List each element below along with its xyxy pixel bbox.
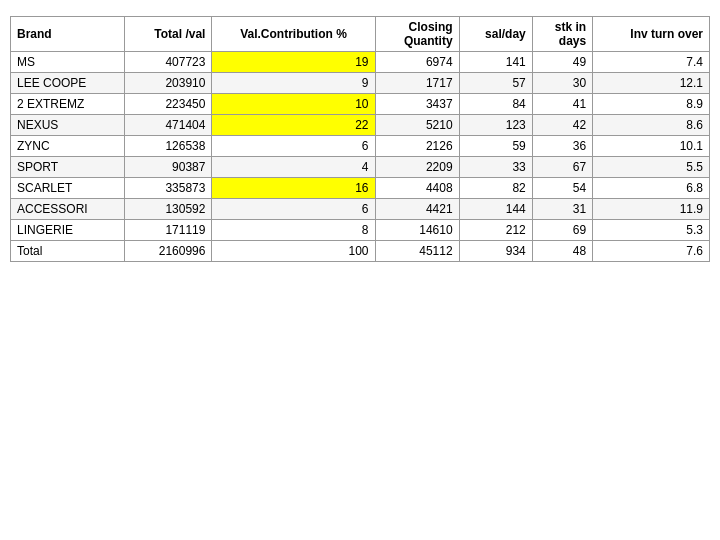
table-cell: 4: [212, 157, 375, 178]
table-cell: 2209: [375, 157, 459, 178]
table-cell: 171119: [125, 220, 212, 241]
table-cell: MS: [11, 52, 125, 73]
table-cell: 48: [532, 241, 592, 262]
table-cell: 335873: [125, 178, 212, 199]
table-cell: 9: [212, 73, 375, 94]
table-cell: SCARLET: [11, 178, 125, 199]
table-cell: 144: [459, 199, 532, 220]
table-cell: 407723: [125, 52, 212, 73]
table-cell: 8.9: [593, 94, 710, 115]
table-cell: 10.1: [593, 136, 710, 157]
table-cell: LINGERIE: [11, 220, 125, 241]
table-row: SCARLET33587316440882546.8: [11, 178, 710, 199]
table-row: NEXUS471404225210123428.6: [11, 115, 710, 136]
col-closing-qty: ClosingQuantity: [375, 17, 459, 52]
table-cell: 12.1: [593, 73, 710, 94]
table-row: ZYNC12653862126593610.1: [11, 136, 710, 157]
table-row: 2 EXTREMZ22345010343784418.9: [11, 94, 710, 115]
table-cell: 8.6: [593, 115, 710, 136]
table-cell: 141: [459, 52, 532, 73]
col-total-val: Total /val: [125, 17, 212, 52]
table-cell: 69: [532, 220, 592, 241]
col-stk-days: stk indays: [532, 17, 592, 52]
table-cell: Total: [11, 241, 125, 262]
table-row: MS407723196974141497.4: [11, 52, 710, 73]
table-cell: 42: [532, 115, 592, 136]
table-header-row: BrandTotal /valVal.Contribution %Closing…: [11, 17, 710, 52]
table-cell: 5.5: [593, 157, 710, 178]
table-cell: 2 EXTREMZ: [11, 94, 125, 115]
table-cell: 16: [212, 178, 375, 199]
table-cell: 223450: [125, 94, 212, 115]
table-cell: 41: [532, 94, 592, 115]
table-cell: 6974: [375, 52, 459, 73]
table-cell: 130592: [125, 199, 212, 220]
table-cell: 123: [459, 115, 532, 136]
table-cell: 30: [532, 73, 592, 94]
table-cell: 471404: [125, 115, 212, 136]
table-cell: 212: [459, 220, 532, 241]
table-cell: 203910: [125, 73, 212, 94]
table-cell: 7.4: [593, 52, 710, 73]
table-cell: 49: [532, 52, 592, 73]
col-sal-day: sal/day: [459, 17, 532, 52]
col-val-contrib: Val.Contribution %: [212, 17, 375, 52]
table-cell: 3437: [375, 94, 459, 115]
table-cell: 2126: [375, 136, 459, 157]
kpi-table: BrandTotal /valVal.Contribution %Closing…: [10, 16, 710, 262]
table-cell: NEXUS: [11, 115, 125, 136]
table-cell: 1717: [375, 73, 459, 94]
table-cell: 2160996: [125, 241, 212, 262]
table-cell: 100: [212, 241, 375, 262]
page-wrapper: BrandTotal /valVal.Contribution %Closing…: [0, 0, 720, 540]
table-cell: 59: [459, 136, 532, 157]
table-row: SPORT903874220933675.5: [11, 157, 710, 178]
table-cell: 14610: [375, 220, 459, 241]
col-inv-turn: Inv turn over: [593, 17, 710, 52]
table-cell: LEE COOPE: [11, 73, 125, 94]
table-cell: 126538: [125, 136, 212, 157]
table-cell: 22: [212, 115, 375, 136]
table-cell: 11.9: [593, 199, 710, 220]
table-cell: 57: [459, 73, 532, 94]
total-row: Total216099610045112934487.6: [11, 241, 710, 262]
table-cell: ZYNC: [11, 136, 125, 157]
table-cell: SPORT: [11, 157, 125, 178]
table-cell: 31: [532, 199, 592, 220]
table-cell: 934: [459, 241, 532, 262]
table-cell: 67: [532, 157, 592, 178]
table-row: LEE COOPE20391091717573012.1: [11, 73, 710, 94]
table-cell: 5210: [375, 115, 459, 136]
table-row: LINGERIE171119814610212695.3: [11, 220, 710, 241]
col-brand: Brand: [11, 17, 125, 52]
table-cell: 4408: [375, 178, 459, 199]
table-cell: 33: [459, 157, 532, 178]
table-cell: 54: [532, 178, 592, 199]
table-cell: 90387: [125, 157, 212, 178]
table-cell: 6: [212, 199, 375, 220]
table-cell: 7.6: [593, 241, 710, 262]
table-cell: 36: [532, 136, 592, 157]
table-cell: 4421: [375, 199, 459, 220]
table-cell: 6.8: [593, 178, 710, 199]
table-cell: 6: [212, 136, 375, 157]
table-cell: 5.3: [593, 220, 710, 241]
table-cell: 10: [212, 94, 375, 115]
table-cell: 45112: [375, 241, 459, 262]
table-row: ACCESSORI130592644211443111.9: [11, 199, 710, 220]
table-cell: ACCESSORI: [11, 199, 125, 220]
table-cell: 8: [212, 220, 375, 241]
table-cell: 84: [459, 94, 532, 115]
table-cell: 82: [459, 178, 532, 199]
table-cell: 19: [212, 52, 375, 73]
